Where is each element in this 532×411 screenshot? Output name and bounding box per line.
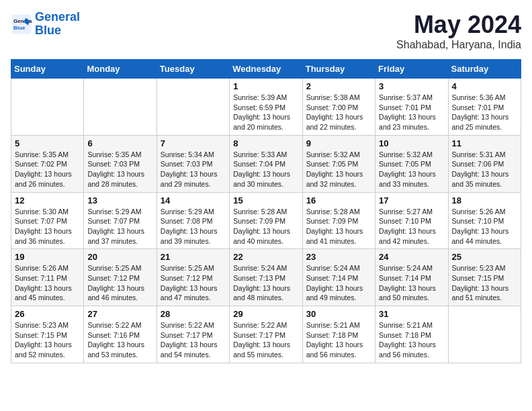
calendar-cell [84, 79, 157, 136]
day-number: 25 [452, 252, 517, 262]
day-number: 29 [233, 309, 298, 319]
calendar-cell [157, 79, 229, 136]
day-number: 5 [15, 138, 80, 148]
calendar-cell: 21Sunrise: 5:25 AM Sunset: 7:12 PM Dayli… [157, 249, 229, 306]
calendar-cell: 10Sunrise: 5:32 AM Sunset: 7:05 PM Dayli… [375, 135, 448, 192]
day-info: Sunrise: 5:22 AM Sunset: 7:17 PM Dayligh… [233, 320, 298, 360]
day-info: Sunrise: 5:37 AM Sunset: 7:01 PM Dayligh… [379, 93, 444, 132]
day-info: Sunrise: 5:35 AM Sunset: 7:03 PM Dayligh… [87, 150, 152, 189]
day-info: Sunrise: 5:30 AM Sunset: 7:07 PM Dayligh… [15, 207, 80, 246]
day-number: 15 [233, 195, 298, 205]
page-header: General Blue General Blue May 2024 Shaha… [11, 11, 521, 51]
day-info: Sunrise: 5:27 AM Sunset: 7:10 PM Dayligh… [379, 207, 444, 246]
day-number: 17 [379, 195, 444, 205]
day-number: 7 [161, 138, 226, 148]
day-number: 4 [452, 81, 517, 91]
weekday-header-tuesday: Tuesday [157, 60, 229, 79]
day-number: 19 [15, 252, 80, 262]
day-info: Sunrise: 5:25 AM Sunset: 7:12 PM Dayligh… [161, 263, 226, 303]
calendar-cell: 31Sunrise: 5:21 AM Sunset: 7:18 PM Dayli… [375, 306, 448, 363]
day-info: Sunrise: 5:22 AM Sunset: 7:17 PM Dayligh… [161, 320, 226, 360]
day-number: 18 [452, 195, 517, 205]
calendar-cell: 6Sunrise: 5:35 AM Sunset: 7:03 PM Daylig… [84, 135, 157, 192]
weekday-header-row: SundayMondayTuesdayWednesdayThursdayFrid… [11, 60, 521, 79]
day-number: 11 [452, 138, 517, 148]
calendar-cell: 20Sunrise: 5:25 AM Sunset: 7:12 PM Dayli… [84, 249, 157, 306]
calendar-week-5: 26Sunrise: 5:23 AM Sunset: 7:15 PM Dayli… [11, 306, 521, 363]
calendar-cell: 16Sunrise: 5:28 AM Sunset: 7:09 PM Dayli… [302, 192, 375, 249]
calendar-cell: 8Sunrise: 5:33 AM Sunset: 7:04 PM Daylig… [230, 135, 302, 192]
calendar-cell: 14Sunrise: 5:29 AM Sunset: 7:08 PM Dayli… [157, 192, 229, 249]
day-info: Sunrise: 5:29 AM Sunset: 7:08 PM Dayligh… [161, 207, 226, 246]
calendar-cell: 17Sunrise: 5:27 AM Sunset: 7:10 PM Dayli… [375, 192, 448, 249]
day-info: Sunrise: 5:23 AM Sunset: 7:15 PM Dayligh… [15, 320, 80, 360]
day-number: 1 [233, 81, 298, 91]
day-number: 22 [233, 252, 298, 262]
calendar-cell: 11Sunrise: 5:31 AM Sunset: 7:06 PM Dayli… [448, 135, 521, 192]
day-info: Sunrise: 5:29 AM Sunset: 7:07 PM Dayligh… [87, 207, 152, 246]
day-number: 16 [306, 195, 371, 205]
day-number: 14 [161, 195, 226, 205]
weekday-header-monday: Monday [84, 60, 157, 79]
logo: General Blue General Blue [11, 11, 80, 38]
calendar-cell: 25Sunrise: 5:23 AM Sunset: 7:15 PM Dayli… [448, 249, 521, 306]
calendar-week-1: 1Sunrise: 5:39 AM Sunset: 6:59 PM Daylig… [11, 79, 521, 136]
day-number: 31 [379, 309, 444, 319]
day-info: Sunrise: 5:21 AM Sunset: 7:18 PM Dayligh… [379, 320, 444, 360]
day-number: 3 [379, 81, 444, 91]
logo-blue: Blue [35, 24, 61, 37]
day-info: Sunrise: 5:34 AM Sunset: 7:03 PM Dayligh… [161, 150, 226, 189]
calendar-cell: 1Sunrise: 5:39 AM Sunset: 6:59 PM Daylig… [230, 79, 302, 136]
weekday-header-friday: Friday [375, 60, 448, 79]
day-number: 12 [15, 195, 80, 205]
day-info: Sunrise: 5:25 AM Sunset: 7:12 PM Dayligh… [87, 263, 152, 303]
calendar-cell: 30Sunrise: 5:21 AM Sunset: 7:18 PM Dayli… [302, 306, 375, 363]
day-number: 6 [87, 138, 152, 148]
calendar-cell: 26Sunrise: 5:23 AM Sunset: 7:15 PM Dayli… [11, 306, 84, 363]
day-info: Sunrise: 5:31 AM Sunset: 7:06 PM Dayligh… [452, 150, 517, 189]
calendar-cell: 9Sunrise: 5:32 AM Sunset: 7:05 PM Daylig… [302, 135, 375, 192]
location-subtitle: Shahabad, Haryana, India [396, 39, 521, 51]
day-info: Sunrise: 5:21 AM Sunset: 7:18 PM Dayligh… [306, 320, 371, 360]
calendar-cell: 19Sunrise: 5:26 AM Sunset: 7:11 PM Dayli… [11, 249, 84, 306]
weekday-header-sunday: Sunday [11, 60, 84, 79]
day-number: 20 [87, 252, 152, 262]
day-number: 26 [15, 309, 80, 319]
calendar-cell: 13Sunrise: 5:29 AM Sunset: 7:07 PM Dayli… [84, 192, 157, 249]
logo-icon: General Blue [11, 13, 32, 35]
calendar-week-3: 12Sunrise: 5:30 AM Sunset: 7:07 PM Dayli… [11, 192, 521, 249]
logo-general: General [35, 10, 80, 24]
calendar-cell: 12Sunrise: 5:30 AM Sunset: 7:07 PM Dayli… [11, 192, 84, 249]
calendar-table: SundayMondayTuesdayWednesdayThursdayFrid… [11, 59, 521, 363]
calendar-cell: 22Sunrise: 5:24 AM Sunset: 7:13 PM Dayli… [230, 249, 302, 306]
day-info: Sunrise: 5:24 AM Sunset: 7:13 PM Dayligh… [233, 263, 298, 303]
day-info: Sunrise: 5:35 AM Sunset: 7:02 PM Dayligh… [15, 150, 80, 189]
day-info: Sunrise: 5:24 AM Sunset: 7:14 PM Dayligh… [306, 263, 371, 303]
day-info: Sunrise: 5:26 AM Sunset: 7:11 PM Dayligh… [15, 263, 80, 303]
calendar-cell: 29Sunrise: 5:22 AM Sunset: 7:17 PM Dayli… [230, 306, 302, 363]
calendar-cell: 23Sunrise: 5:24 AM Sunset: 7:14 PM Dayli… [302, 249, 375, 306]
day-number: 10 [379, 138, 444, 148]
day-info: Sunrise: 5:33 AM Sunset: 7:04 PM Dayligh… [233, 150, 298, 189]
calendar-cell: 18Sunrise: 5:26 AM Sunset: 7:10 PM Dayli… [448, 192, 521, 249]
calendar-cell: 24Sunrise: 5:24 AM Sunset: 7:14 PM Dayli… [375, 249, 448, 306]
day-info: Sunrise: 5:23 AM Sunset: 7:15 PM Dayligh… [452, 263, 517, 303]
day-number: 27 [87, 309, 152, 319]
day-info: Sunrise: 5:22 AM Sunset: 7:16 PM Dayligh… [87, 320, 152, 360]
calendar-cell: 4Sunrise: 5:36 AM Sunset: 7:01 PM Daylig… [448, 79, 521, 136]
day-number: 9 [306, 138, 371, 148]
day-info: Sunrise: 5:38 AM Sunset: 7:00 PM Dayligh… [306, 93, 371, 132]
day-number: 23 [306, 252, 371, 262]
calendar-cell [448, 306, 521, 363]
calendar-cell: 28Sunrise: 5:22 AM Sunset: 7:17 PM Dayli… [157, 306, 229, 363]
day-info: Sunrise: 5:32 AM Sunset: 7:05 PM Dayligh… [306, 150, 371, 189]
svg-text:Blue: Blue [13, 25, 26, 31]
day-number: 8 [233, 138, 298, 148]
calendar-cell: 7Sunrise: 5:34 AM Sunset: 7:03 PM Daylig… [157, 135, 229, 192]
day-number: 28 [161, 309, 226, 319]
day-info: Sunrise: 5:28 AM Sunset: 7:09 PM Dayligh… [306, 207, 371, 246]
weekday-header-wednesday: Wednesday [230, 60, 302, 79]
day-number: 13 [87, 195, 152, 205]
month-year-title: May 2024 [396, 11, 521, 39]
weekday-header-saturday: Saturday [448, 60, 521, 79]
